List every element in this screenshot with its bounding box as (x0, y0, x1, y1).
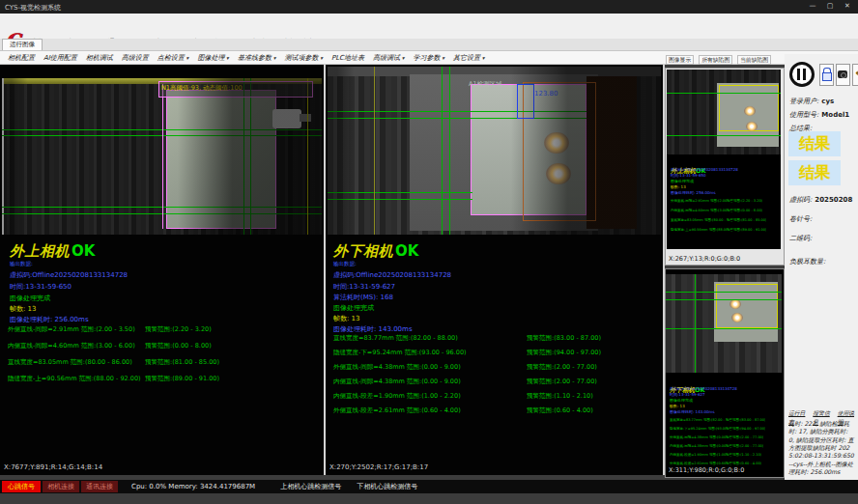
tab-count-label: 负极耳数量: (789, 257, 825, 266)
measurement-row: 外侧直线-段差=2.61mm 范围:(0.60 - 4.00)预警范围:(0.6… (333, 406, 593, 415)
mini-measurement-warn: 预警范围:(94.00 - 97.00) (726, 427, 765, 431)
virtual-code-row: 虚拟码:20250208 (789, 195, 852, 205)
camera-image-upper[interactable]: N1高阈值:93, 动态阈值:100 (2, 78, 322, 235)
process-done-upper: 图像处理完成 (10, 294, 50, 303)
process-cost-lower: 图像处理耗时: 143.00ms (333, 324, 413, 334)
toolbar-other-settings[interactable]: 其它设置 (453, 53, 485, 63)
thumb-tab-current-defects[interactable]: 当前缺陷图 (737, 55, 771, 65)
camera-image-lower[interactable]: 123.80 A1检测区域 (328, 67, 661, 235)
toolbar-plc-address-table[interactable]: PLC地址表 (331, 53, 364, 63)
camera-output-tag-lower: 输出数据: (333, 261, 418, 267)
scene-edge-highlight (2, 78, 4, 235)
camera-view-upper[interactable]: N1高阈值:93, 动态阈值:100 外上相机OK 输出数据: 虚拟码:Offl… (0, 65, 326, 475)
toolbar-camera-config[interactable]: 相机配置 (8, 53, 35, 63)
mini-virtual-code: 虚拟码:Offline20250208133134728 (671, 167, 738, 172)
toolbar-image-processing[interactable]: 图像处理 (197, 53, 229, 63)
measurement-value: 直线宽度=83.05mm 范围:(80.00 - 86.00) (8, 358, 145, 367)
pause-icon (803, 69, 806, 80)
sidebar-buttons: ← (819, 64, 858, 86)
measurement-value: 内侧直线-段差=1.90mm 范围:(1.00 - 2.20) (333, 392, 527, 401)
log-text[interactable]: 耗时: 222, 缺陷检测耗时: 17, 缺陷分类耗时: 0, 缺陷提取分区耗时… (788, 420, 854, 477)
thumb-tab-image[interactable]: 图像显示 (666, 55, 694, 65)
frame-count-upper: 帧数: 13 (10, 304, 37, 314)
capture-time-upper: 时间:13-31-59-650 (10, 282, 72, 292)
toolbar-test-params[interactable]: 测试项参数 (284, 53, 323, 63)
thumb-tab-all-defects[interactable]: 所有缺陷图 (699, 55, 732, 65)
virtual-code-label: 虚拟码: (789, 196, 812, 204)
thumbnail-tabs: 图像显示 所有缺陷图 当前缺陷图 (666, 55, 771, 65)
mini-measurement-warn: 预警范围:(1.10 - 2.10) (726, 453, 761, 457)
measurement-value: 隐缝宽度-下=95.24mm 范围:(93.00 - 96.00) (333, 349, 527, 357)
measurement-warn: 预警范围:(2.20 - 3.20) (145, 325, 212, 333)
mini-measurement-warn: 预警范围:(2.00 - 77.00) (726, 444, 763, 448)
toolbar-spotcheck-settings[interactable]: 点检设置 (157, 53, 189, 63)
result-badge-upper: 结果 (788, 131, 841, 156)
pixel-coords-upper: X:7677;Y:891;R:14;G:14;B:14 (4, 463, 102, 471)
mini-capture-time: 时间:13-31-59-650 (671, 173, 706, 178)
mini-measurement: 内侧直线-间隙=4.60mm 范围:(3.00 - 6.00) (671, 209, 727, 212)
toolbar-advanced-debug[interactable]: 高级调试 (373, 53, 405, 63)
machine-platform (410, 74, 598, 231)
measurement-row: 外侧直线-间隙=2.91mm 范围:(2.00 - 3.50)预警范围:(2.2… (8, 325, 212, 334)
mini-measurement-warn: 预警范围:(81.00 - 85.00) (727, 218, 766, 222)
camera-title-lower: 外下相机OK 输出数据: (333, 241, 418, 267)
maximize-button[interactable]: ▢ (821, 0, 839, 13)
process-cost-upper: 图像处理耗时: 256.00ms (10, 315, 89, 324)
close-button[interactable]: ✕ (839, 0, 856, 13)
thumbnail-view-lower[interactable]: 外下相机OK 虚拟码:Offline20250208133134728 时间:1… (665, 268, 785, 478)
window-controls: — ▢ ✕ (804, 0, 856, 13)
process-done-lower: 图像处理完成 (333, 303, 374, 313)
roi-label-upper: N1高阈值:93, 动态阈值:100 (161, 84, 243, 93)
measurement-warn: 预警范围:(0.60 - 4.00) (527, 406, 593, 414)
exit-button[interactable]: ← (852, 64, 858, 86)
measurement-row: 直线宽度=83.05mm 范围:(80.00 - 86.00)预警范围:(81.… (8, 358, 219, 367)
qrcode-label: 二维码: (789, 234, 812, 243)
virtual-code-lower: 虚拟码:Offline20250208133134728 (333, 270, 451, 280)
pixel-coords-thumb-upper: X:267;Y:13;R:0;G:0;B:0 (669, 255, 740, 263)
thumbnail-view-upper[interactable]: 外上相机OK 虚拟码:Offline20250208133134728 时间:1… (665, 68, 785, 266)
connector-tail (300, 114, 311, 122)
dark-cavity (586, 76, 637, 229)
measurement-row: 直线宽度=83.77mm 范围:(82.00 - 88.00)预警范围:(83.… (333, 334, 601, 343)
measurement-row: 隐缝宽度-上=90.56mm 范围:(88.00 - 92.00)预警范围:(8… (8, 375, 219, 383)
toolbar-baseline-params[interactable]: 基准线参数 (238, 53, 276, 63)
yellow-roi-box (716, 284, 778, 328)
mini-measurement-warn: 预警范围:(0.60 - 4.00) (726, 462, 761, 465)
mini-process-cost: 图像处理耗时: 256.00ms (671, 190, 716, 195)
toolbar-learning-params[interactable]: 学习参数 (413, 53, 444, 63)
tab-row: 运行图像 (0, 39, 858, 51)
toolbar-ai-config[interactable]: AI使用配置 (43, 53, 77, 63)
exit-icon: ← (853, 68, 858, 78)
toolbar-camera-debug[interactable]: 相机调试 (86, 53, 113, 63)
tab-run-image[interactable]: 运行图像 (2, 39, 43, 50)
minimize-button[interactable]: — (804, 0, 821, 13)
virtual-code-value: 20250208 (815, 196, 852, 204)
lock-icon (822, 72, 832, 81)
model-value: Model1 (821, 111, 849, 119)
camera-view-lower[interactable]: 123.80 A1检测区域 外下相机OK 输出数据: 虚拟码:Offline20… (326, 65, 665, 475)
inspected-part (166, 90, 276, 229)
thumbnail-lower-scene (666, 274, 782, 373)
measurement-warn: 预警范围:(83.00 - 87.00) (527, 334, 601, 342)
mini-measurement-warn: 预警范围:(0.00 - 8.00) (727, 209, 762, 212)
lock-button[interactable] (819, 64, 834, 86)
mini-capture-time: 时间:13-31-59-627 (670, 392, 705, 397)
thumbnail-upper-canvas: 外上相机OK 虚拟码:Offline20250208133134728 时间:1… (667, 70, 781, 249)
roi-label-lower: A1检测区域 (469, 80, 502, 89)
thumbnail-upper-scene (667, 70, 781, 154)
measurement-value: 内侧直线-间隙=4.60mm 范围:(3.00 - 6.00) (8, 342, 145, 350)
reel-number-label: 卷针号: (789, 214, 812, 224)
mini-measurement-warn: 预警范围:(2.00 - 77.00) (726, 435, 763, 439)
comm-link-badge: 通讯连接 (81, 481, 118, 492)
pause-button[interactable] (789, 62, 815, 87)
measurement-warn: 预警范围:(1.10 - 2.10) (527, 392, 593, 400)
mini-measurement-warn: 预警范围:(89.00 - 91.00) (727, 228, 766, 232)
model-label: 使用型号: (789, 111, 818, 119)
toolbar-advanced-settings[interactable]: 高级设置 (122, 53, 149, 63)
mini-measurement: 内侧直线-段差=1.90mm 范围:(1.00 - 2.20) (670, 453, 726, 457)
upper-camera-heartbeat: 上相机心跳检测信号 (280, 482, 341, 491)
camera-button[interactable] (836, 64, 850, 86)
measurement-warn: 预警范围:(81.00 - 85.00) (145, 358, 219, 366)
mini-measurement: 直线宽度=83.77mm 范围:(82.00 - 88.00) (670, 418, 726, 422)
scene-top-strip (328, 67, 661, 76)
